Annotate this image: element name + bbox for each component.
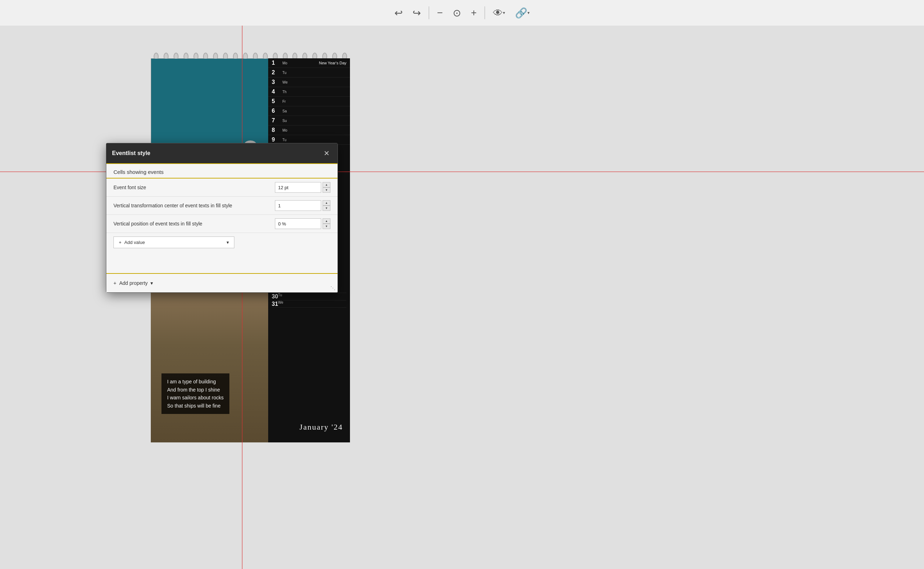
add-property-button[interactable]: + Add property ▾ — [113, 279, 153, 288]
toolbar-separator-2 — [484, 6, 485, 19]
resize-handle[interactable]: ⋱ — [330, 285, 335, 291]
search-button[interactable]: ⊙ — [449, 5, 464, 21]
property-control-vert-transform: ▲ ▼ — [275, 200, 330, 211]
day-row-5: 5Fr — [268, 97, 350, 106]
add-value-button[interactable]: + Add value ▾ — [113, 236, 234, 248]
dialog-title: Eventlist style — [112, 150, 151, 157]
property-label-vert-transform: Vertical transformation center of event … — [113, 203, 275, 208]
poem-line-1: I am a type of building — [167, 378, 224, 385]
day-row-31: 31We — [272, 301, 346, 307]
add-value-label: Add value — [125, 240, 145, 245]
day-number: 1 — [272, 60, 282, 66]
eventlist-style-dialog: Eventlist style ✕ Cells showing events E… — [106, 143, 338, 293]
add-property-plus-icon: + — [113, 280, 116, 286]
view-button[interactable]: 👁 ▾ — [489, 5, 508, 21]
property-control-font-size: ▲ ▼ — [275, 182, 330, 193]
property-row-vert-position: Vertical position of event texts in fill… — [107, 215, 338, 233]
day-number: 2 — [272, 69, 282, 76]
vert-transform-decrement[interactable]: ▼ — [323, 205, 330, 211]
day-row-7: 7Su — [268, 116, 350, 126]
day-row-3: 3We — [268, 78, 350, 87]
day-number: 31 — [272, 301, 278, 307]
vert-transform-input[interactable] — [275, 200, 321, 211]
dialog-titlebar: Eventlist style ✕ — [107, 143, 338, 164]
day-number: 4 — [272, 88, 282, 95]
add-value-left: + Add value — [119, 240, 145, 245]
eye-icon: 👁 — [493, 7, 503, 19]
zoom-out-button[interactable]: − — [434, 5, 446, 21]
section-header: Cells showing events — [107, 164, 338, 178]
dialog-body: Cells showing events Event font size ▲ ▼… — [107, 164, 338, 273]
poem-line-3: I warn sailors about rocks — [167, 394, 224, 402]
toolbar: ↩ ↪ − ⊙ + 👁 ▾ 🔗 ▾ — [0, 0, 924, 26]
day-number: 7 — [272, 117, 282, 124]
calendar-bottom-image: I am a type of building And from the top… — [151, 280, 268, 443]
day-row-6: 6Sa — [268, 106, 350, 116]
font-size-increment[interactable]: ▲ — [323, 182, 330, 187]
add-value-row: + Add value ▾ — [107, 233, 338, 252]
dialog-spacer — [107, 252, 338, 273]
poem-box: I am a type of building And from the top… — [161, 373, 229, 414]
font-size-spinners: ▲ ▼ — [323, 182, 330, 193]
vert-position-decrement[interactable]: ▼ — [323, 224, 330, 229]
font-size-input[interactable] — [275, 182, 321, 193]
add-value-dropdown-icon: ▾ — [227, 240, 229, 245]
day-row-30: 30Tu — [272, 293, 346, 300]
vert-position-spinners: ▲ ▼ — [323, 218, 330, 229]
event-text: New Year's Day — [319, 61, 346, 65]
zoom-in-button[interactable]: + — [467, 5, 480, 21]
link-icon: 🔗 — [515, 7, 527, 19]
add-value-plus-icon: + — [119, 240, 122, 245]
guide-vertical — [242, 26, 242, 569]
day-number: 9 — [272, 137, 282, 143]
day-number: 30 — [272, 294, 278, 300]
day-row-8: 8Mo — [268, 126, 350, 135]
property-control-vert-position: ▲ ▼ — [275, 218, 330, 229]
canvas-area: 1Mo New Year's Day 2Tu 3We 4Th 5Fr 6Sa 7… — [0, 26, 924, 569]
poem-line-4: So that ships will be fine — [167, 402, 224, 410]
calendar-right-bottom: 29Mo 30Tu 31We January '24 — [268, 282, 350, 443]
undo-button[interactable]: ↩ — [391, 5, 406, 21]
redo-button[interactable]: ↪ — [409, 5, 424, 21]
dialog-footer: + Add property ▾ — [107, 273, 338, 292]
day-number: 8 — [272, 127, 282, 133]
font-size-decrement[interactable]: ▼ — [323, 187, 330, 193]
vert-position-input[interactable] — [275, 218, 321, 229]
day-row-1: 1Mo New Year's Day — [268, 58, 350, 68]
view-dropdown-icon: ▾ — [503, 10, 505, 15]
day-row-4: 4Th — [268, 87, 350, 97]
vert-position-increment[interactable]: ▲ — [323, 218, 330, 224]
toolbar-separator-1 — [429, 6, 429, 19]
vert-transform-increment[interactable]: ▲ — [323, 200, 330, 205]
property-row-vert-transform: Vertical transformation center of event … — [107, 197, 338, 215]
vert-transform-spinners: ▲ ▼ — [323, 200, 330, 211]
add-property-label: Add property — [119, 280, 148, 286]
property-label-vert-position: Vertical position of event texts in fill… — [113, 221, 275, 227]
property-label-font-size: Event font size — [113, 184, 275, 190]
link-button[interactable]: 🔗 ▾ — [511, 5, 533, 21]
day-number: 3 — [272, 79, 282, 85]
property-row-event-font-size: Event font size ▲ ▼ — [107, 178, 338, 197]
poem-line-2: And from the top I shine — [167, 386, 224, 394]
day-number: 6 — [272, 108, 282, 114]
link-dropdown-icon: ▾ — [527, 10, 530, 15]
month-label: January '24 — [300, 423, 343, 432]
day-number: 5 — [272, 98, 282, 105]
add-property-dropdown-icon: ▾ — [151, 280, 153, 286]
dialog-close-button[interactable]: ✕ — [321, 148, 332, 158]
day-row-2: 2Tu — [268, 68, 350, 78]
